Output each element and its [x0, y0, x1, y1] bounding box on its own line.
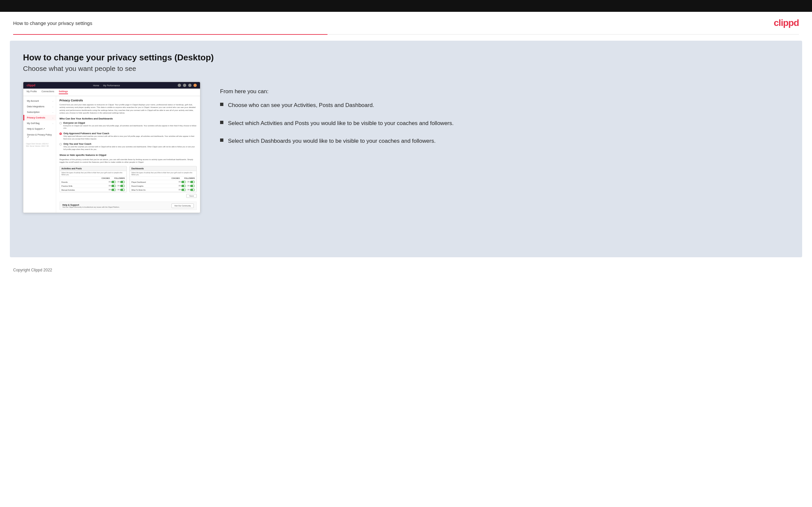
- mock-sidebar-my-account: My Account ›: [23, 98, 56, 104]
- mock-work-followers-toggle: [190, 189, 195, 191]
- mock-sidebar-subscription: Subscription ›: [23, 109, 56, 115]
- mock-avatar-icon: [194, 84, 197, 87]
- mock-show-hide-desc: Regardless of the privacy controls that …: [59, 158, 197, 164]
- page-heading: How to change your privacy settings (Des…: [23, 53, 789, 63]
- mock-work-coaches-toggle: [181, 189, 186, 191]
- mock-dashboards-table: Dashboards Select the types of activity …: [130, 166, 197, 192]
- mock-section-desc: Control how you and your data appears to…: [59, 103, 197, 115]
- mock-rounds-coaches-toggle: [111, 181, 116, 183]
- mock-dashboards-table-desc: Select the types of activity that you'd …: [130, 171, 196, 177]
- mock-dashboards-col-headers: COACHES FOLLOWERS: [130, 177, 196, 180]
- mock-radio-everyone-desc: Everyone on Clippd can search for you an…: [63, 125, 197, 130]
- mock-help-title: Help & Support: [62, 204, 119, 206]
- mock-activity-row-rounds: Rounds ON ON: [60, 180, 126, 184]
- from-here-label: From here you can:: [220, 88, 789, 95]
- mock-nav-links: Home My Performance: [93, 84, 120, 87]
- mock-tables: Activities and Posts Select the types of…: [59, 166, 197, 192]
- mock-radio-approved: Only Approved Followers and Your Coach O…: [59, 132, 197, 140]
- mock-help-section: Help & Support Visit our Clippd communit…: [59, 202, 197, 210]
- bullet-square-2: [220, 121, 223, 124]
- copyright: Copyright Clippd 2022: [13, 268, 52, 272]
- bullet-item-3: Select which Dashboards you would like t…: [220, 137, 789, 146]
- mock-manual-followers-toggle: [120, 189, 125, 191]
- mock-dashboard-row-insights: Round Insights ON ON: [130, 184, 196, 188]
- mock-radio-approved-label: Only Approved Followers and Your Coach: [63, 132, 197, 134]
- mock-panel: Privacy Controls Control how you and you…: [56, 96, 200, 213]
- chevron-right-icon: ›: [53, 106, 53, 108]
- mock-radio-approved-input: [59, 132, 62, 135]
- mock-radio-only-you: Only You and Your Coach Only you and the…: [59, 143, 197, 151]
- page-subheading: Choose what you want people to see: [23, 65, 789, 72]
- bullet-item-2: Select which Activities and Posts you wo…: [220, 119, 789, 128]
- mock-radio-only-you-input: [59, 143, 62, 146]
- mock-radio-only-you-desc: Only you and the coaches you connect wit…: [63, 146, 197, 151]
- mock-section-title: Privacy Controls: [59, 99, 197, 102]
- mock-show-hide-title: Show or hide specific features in Clippd: [59, 154, 197, 157]
- mock-body: My Account › Data Integrations › Subscri…: [23, 96, 200, 213]
- mock-drills-followers-toggle: [120, 185, 125, 187]
- bullet-square-1: [220, 103, 223, 106]
- mock-manual-coaches-toggle: [111, 189, 116, 191]
- mock-nav-performance: My Performance: [103, 84, 120, 87]
- logo: clippd: [774, 18, 799, 28]
- bullet-text-3: Select which Dashboards you would like t…: [228, 137, 436, 146]
- mock-activity-row-drills: Practice Drills ON ON: [60, 184, 126, 188]
- mock-logo: clippd: [27, 84, 36, 87]
- mock-drills-coaches-toggle: [111, 185, 116, 187]
- bullet-text-1: Choose who can see your Activities, Post…: [228, 101, 374, 110]
- screenshot-mockup: clippd Home My Performance My Profile Co…: [23, 82, 200, 213]
- bullet-text-2: Select which Activities and Posts you wo…: [228, 119, 454, 128]
- mock-search-icon: [178, 84, 181, 87]
- mock-nav-icons: [178, 84, 197, 87]
- bullets-section: From here you can: Choose who can see yo…: [220, 82, 789, 155]
- header-title: How to change your privacy settings: [13, 20, 92, 26]
- mock-sidebar-privacy-controls: Privacy Controls ›: [23, 115, 56, 120]
- mock-radio-everyone: Everyone on Clippd Everyone on Clippd ca…: [59, 122, 197, 130]
- header-divider: [13, 34, 799, 35]
- footer: Copyright Clippd 2022: [0, 263, 812, 277]
- mock-dashboard-row-player: Player Dashboard ON ON: [130, 180, 196, 184]
- mock-activity-row-manual: Manual Activities ON ON: [60, 188, 126, 192]
- mock-player-coaches-toggle: [181, 181, 186, 183]
- mock-radio-approved-desc: Only approved followers and coaches you …: [63, 135, 197, 140]
- mock-nav-home: Home: [93, 84, 99, 87]
- main-content: How to change your privacy settings (Des…: [10, 41, 802, 257]
- mock-topnav: clippd Home My Performance: [23, 82, 200, 89]
- mock-save-row: Save: [59, 192, 197, 200]
- mock-sidebar-data-integrations: Data Integrations ›: [23, 104, 56, 109]
- mock-sidebar-help-support: Help & Support ↗: [23, 126, 56, 132]
- header: How to change your privacy settings clip…: [0, 12, 812, 34]
- bullet-item-1: Choose who can see your Activities, Post…: [220, 101, 789, 110]
- mock-insights-coaches-toggle: [181, 185, 186, 187]
- mock-insights-followers-toggle: [190, 185, 195, 187]
- mock-who-can-see-title: Who Can See Your Activities and Dashboar…: [59, 117, 197, 120]
- mock-subnav-profile: My Profile: [27, 90, 37, 94]
- chevron-right-icon: ›: [53, 117, 53, 119]
- chevron-right-icon: ›: [53, 111, 53, 113]
- mock-sidebar-version: Clippd Client Version: 2022.8.2SQL Serve…: [23, 140, 56, 150]
- mock-sidebar-golf-bag: My Golf Bag ›: [23, 120, 56, 126]
- mock-sidebar-privacy-policy: Service & Privacy Policy ↗: [23, 132, 56, 140]
- mock-radio-everyone-label: Everyone on Clippd: [63, 122, 197, 124]
- mock-subnav-settings: Settings: [59, 90, 68, 94]
- chevron-right-icon: ›: [53, 100, 53, 102]
- bullet-list: Choose who can see your Activities, Post…: [220, 101, 789, 146]
- bullet-square-3: [220, 138, 223, 142]
- mock-help-desc: Visit our Clippd community to troublesho…: [62, 206, 119, 208]
- mock-settings-icon: [188, 84, 192, 87]
- mock-sidebar: My Account › Data Integrations › Subscri…: [23, 96, 56, 213]
- chevron-right-icon: ›: [53, 122, 53, 124]
- mock-dashboard-row-work-on: What To Work On ON ON: [130, 188, 196, 192]
- mock-radio-everyone-input: [59, 122, 62, 124]
- mock-subnav: My Profile Connections Settings: [23, 89, 200, 96]
- mock-activities-table: Activities and Posts Select the types of…: [59, 166, 127, 192]
- top-bar: [0, 0, 812, 12]
- mock-radio-only-you-label: Only You and Your Coach: [63, 143, 197, 145]
- mock-activities-table-desc: Select the types of activity that you'd …: [60, 171, 126, 177]
- content-layout: clippd Home My Performance My Profile Co…: [23, 82, 789, 213]
- mock-save-button[interactable]: Save: [186, 194, 197, 198]
- mock-activities-table-header: Activities and Posts: [60, 166, 126, 171]
- mock-visit-community-button[interactable]: Visit Our Community: [171, 204, 194, 208]
- mock-activities-col-headers: COACHES FOLLOWERS: [60, 177, 126, 180]
- mock-rounds-followers-toggle: [120, 181, 125, 183]
